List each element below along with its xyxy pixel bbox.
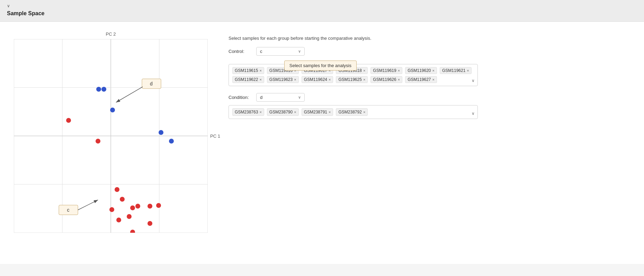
scatter-plot-svg: d c [14,39,208,233]
svg-point-14 [115,187,119,192]
tag-gsm238763-close[interactable]: × [259,110,261,114]
tag-gsm119623-close[interactable]: × [294,77,296,82]
tag-gsm119622-close[interactable]: × [259,77,261,82]
tag-gsm119624-close[interactable]: × [329,77,331,82]
condition-group-row: Condition: d ∨ [229,93,630,102]
instruction-text: Select samples for each group before sta… [229,36,630,41]
tag-gsm119625[interactable]: GSM119625 × [336,76,368,83]
tag-gsm238790-close[interactable]: × [294,110,296,114]
condition-select[interactable]: d ∨ [256,93,305,102]
svg-point-22 [156,203,161,208]
tag-gsm119622[interactable]: GSM119622 × [232,76,264,83]
tag-gsm119621[interactable]: GSM119621 × [440,67,472,74]
condition-group-section: Condition: d ∨ GSM238763 × GSM238790 × [229,93,630,119]
svg-text:c: c [67,207,70,213]
page-title: Sample Space [7,10,637,17]
svg-point-20 [135,204,140,209]
tag-gsm238763[interactable]: GSM238763 × [232,108,264,116]
tag-gsm238792-close[interactable]: × [363,110,365,114]
pc2-axis-label: PC 2 [106,31,116,37]
tag-gsm119621-close[interactable]: × [467,68,469,73]
tag-gsm238791-close[interactable]: × [329,110,331,114]
svg-point-19 [130,205,135,210]
condition-tags-container: GSM238763 × GSM238790 × GSM238791 × GSM2… [229,105,478,119]
condition-tags-chevron-icon[interactable]: ∨ [472,111,475,116]
tag-gsm119615-close[interactable]: × [259,68,261,73]
svg-point-18 [127,214,132,219]
tag-gsm119625-close[interactable]: × [363,77,365,82]
chart-area: PC 2 PC 1 [14,32,208,254]
tag-gsm119624[interactable]: GSM119624 × [302,76,333,83]
header: ∨ Sample Space [0,0,644,22]
tag-gsm119618-close[interactable]: × [363,68,365,73]
tag-gsm119627-close[interactable]: × [432,77,435,82]
svg-point-16 [109,207,114,212]
svg-point-12 [66,118,71,123]
control-group-row: Control: c ∨ Select samples for the anal… [229,47,350,56]
control-select-value: c [260,49,295,54]
collapse-chevron[interactable]: ∨ [7,3,637,8]
condition-select-value: d [260,95,295,100]
control-select-chevron-icon: ∨ [298,49,301,54]
tag-gsm238790[interactable]: GSM238790 × [267,108,299,116]
pc1-axis-label: PC 1 [210,134,220,139]
svg-point-8 [101,87,106,92]
tag-gsm238792[interactable]: GSM238792 × [336,108,368,116]
svg-point-23 [147,221,152,226]
condition-label: Condition: [229,95,253,100]
tag-gsm119619[interactable]: GSM119619 × [370,67,402,74]
tag-gsm119615[interactable]: GSM119615 × [232,67,264,74]
scatter-plot-container: PC 2 PC 1 [14,39,208,233]
svg-text:d: d [150,81,153,86]
tag-gsm119623[interactable]: GSM119623 × [267,76,299,83]
control-tags-chevron-icon[interactable]: ∨ [472,78,475,83]
svg-point-21 [147,204,152,209]
svg-point-15 [120,197,125,202]
tag-gsm119627[interactable]: GSM119627 × [405,76,437,83]
svg-point-9 [110,108,115,112]
tag-gsm119619-close[interactable]: × [398,68,400,73]
svg-point-10 [159,130,163,135]
select-samples-callout: Select samples for the analysis [284,61,357,71]
svg-point-7 [96,87,101,92]
svg-point-17 [116,218,121,222]
controls-area: Select samples for each group before sta… [229,32,630,254]
tag-gsm119626-close[interactable]: × [398,77,400,82]
tag-gsm238791[interactable]: GSM238791 × [302,108,333,116]
tag-gsm119626[interactable]: GSM119626 × [370,76,402,83]
svg-point-13 [96,139,100,144]
svg-point-11 [169,139,174,144]
main-content: PC 2 PC 1 [0,22,644,264]
tag-gsm119620[interactable]: GSM119620 × [405,67,437,74]
control-label: Control: [229,49,253,54]
tag-gsm119620-close[interactable]: × [432,68,435,73]
condition-select-chevron-icon: ∨ [298,95,301,100]
control-select[interactable]: c ∨ [256,47,305,56]
